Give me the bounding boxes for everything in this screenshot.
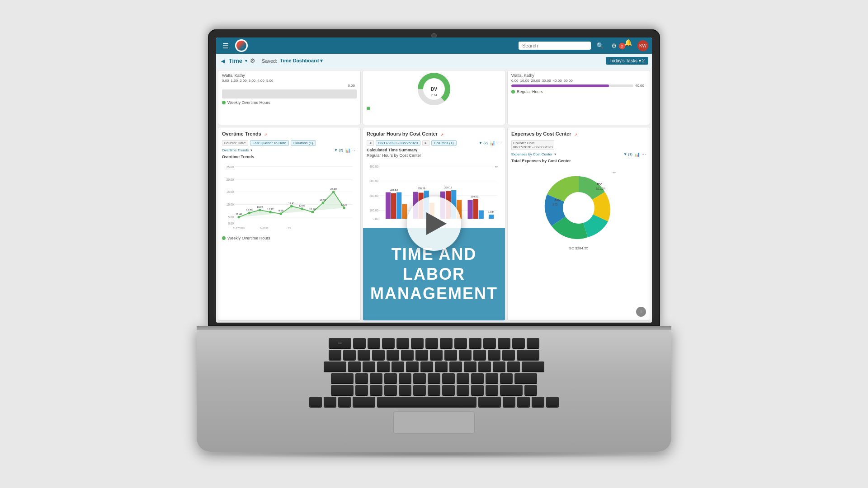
module-settings-icon[interactable]: ⚙ [250, 57, 255, 64]
exp-dropdown[interactable]: Expenses by Cost Center [511, 152, 552, 156]
card3-axis6: 50.00 [564, 79, 573, 83]
ot-filter-row: Counter Date: Last Quarter To Date Colum… [222, 140, 357, 146]
key-alt [338, 397, 351, 407]
dashboard-area: Watts, Kathy 0.00 1.00 2.00 3.00 4.00 5.… [216, 68, 652, 323]
ot-dropdown-arrow[interactable]: ▾ [250, 148, 252, 152]
notifications-area: 🔔 2 [623, 38, 634, 53]
key-a [355, 373, 368, 383]
svg-text:11.12: 11.12 [267, 208, 274, 211]
key-semicolon [486, 373, 498, 383]
card3-bar-bg [511, 84, 633, 87]
settings-icon[interactable]: ⚙ [609, 42, 619, 49]
svg-text:25.00: 25.00 [226, 165, 234, 169]
laptop-container: ☰ 🔍 ⚙ 🔔 2 KW ◄ Time ▾ ⚙ Sav [185, 29, 683, 459]
key-f4 [396, 338, 409, 348]
key-backspace [517, 350, 539, 360]
svg-text:9.95: 9.95 [278, 209, 283, 212]
user-avatar[interactable]: KW [637, 40, 648, 51]
dashboard-selector[interactable]: Time Dashboard ▾ [280, 58, 323, 64]
donut-chart-card: DV 7.74 [363, 70, 505, 125]
touchpad[interactable] [393, 411, 475, 434]
key-c [384, 385, 397, 395]
key-8 [444, 350, 457, 360]
ot-chart-title: Overtime Trends [222, 131, 261, 136]
key-caps [331, 373, 354, 383]
card3-legend-dot [511, 90, 515, 94]
svg-point-21 [290, 205, 293, 208]
key-x [370, 385, 382, 395]
overtime-trends-chart: Overtime Trends ↗ Counter Date: Last Qua… [218, 127, 361, 321]
keyboard-rows: esc [309, 338, 559, 407]
key-b [413, 385, 426, 395]
key-n [428, 385, 440, 395]
ot-dropdown[interactable]: Overtime Trends [222, 148, 249, 152]
key-y [420, 361, 433, 371]
hamburger-menu-icon[interactable]: ☰ [220, 42, 231, 50]
main-charts-row: Overtime Trends ↗ Counter Date: Last Qua… [216, 127, 652, 323]
ot-chart-type-icon[interactable]: 📊 [345, 148, 350, 153]
card3-axis1: 0.00 [511, 79, 519, 83]
card3-axis2: 10.00 [520, 79, 529, 83]
ot-legend: Weekly Overtime Hours [222, 236, 357, 240]
key-tab [324, 361, 346, 371]
expenses-cost-center-chart: Expenses by Cost Center ↗ Counter Date:0… [507, 127, 650, 321]
svg-point-19 [269, 211, 272, 214]
key-d [384, 373, 397, 383]
key-minus [488, 350, 500, 360]
card2-legend-dot [367, 107, 370, 110]
search-input[interactable] [519, 42, 591, 50]
search-icon[interactable]: 🔍 [594, 42, 606, 49]
key-return [522, 361, 544, 371]
card3-legend-label: Regular Hours [517, 89, 543, 94]
scroll-up-button[interactable]: ↑ [636, 307, 646, 317]
key-f1 [353, 338, 366, 348]
card3-axis3: 20.00 [531, 79, 540, 83]
key-2 [358, 350, 370, 360]
card1-person-label: Watts, Kathy [222, 73, 357, 78]
back-button[interactable]: ◄ [220, 57, 226, 65]
svg-text:15.73: 15.73 [246, 209, 253, 211]
exp-chart-type-icon[interactable]: 📊 [634, 152, 640, 157]
ot-more-icon[interactable]: ⋯ [352, 148, 357, 153]
svg-point-20 [280, 212, 283, 215]
donut-container: DV 7.74 [367, 73, 501, 105]
top-nav-bar: ☰ 🔍 ⚙ 🔔 2 KW [216, 38, 652, 54]
video-overlay[interactable] [363, 127, 505, 320]
card1-bar-bg [222, 89, 357, 99]
card3-legend: Regular Hours [511, 89, 646, 94]
key-f11 [498, 338, 510, 348]
keyboard-row-3 [309, 361, 559, 371]
svg-text:04/2020: 04/2020 [260, 227, 269, 230]
exp-filter-icon[interactable]: ▼ (1) [623, 152, 632, 156]
svg-point-25 [332, 191, 335, 193]
play-triangle-icon [426, 212, 447, 235]
title-dropdown-icon[interactable]: ▾ [245, 58, 247, 63]
ot-counter-date-label: Counter Date: [222, 140, 248, 146]
key-f5 [411, 338, 424, 348]
notification-badge: 2 [619, 43, 625, 49]
exp-dropdown-arrow[interactable]: ▾ [554, 152, 556, 156]
ot-date-tag[interactable]: Last Quarter To Date [250, 140, 289, 146]
key-rbracket [507, 361, 520, 371]
play-button[interactable] [407, 197, 461, 251]
tasks-button[interactable]: Today's Tasks ▾ 2 [606, 57, 648, 65]
key-k [457, 373, 469, 383]
svg-text:23.30: 23.30 [330, 188, 337, 190]
exp-filter-row: Counter Date:08/17/2020 - 08/30/2020 [511, 140, 646, 150]
key-1 [343, 350, 356, 360]
svg-text:11.46: 11.46 [236, 213, 242, 216]
svg-point-23 [311, 211, 314, 214]
key-tilde [329, 350, 341, 360]
exp-link-icon[interactable]: ↗ [574, 132, 578, 137]
key-f [399, 373, 411, 383]
key-up [524, 385, 537, 395]
regular-hours-cost-center-chart: Regular Hours by Cost Center ↗ ◄ 08/17/2… [363, 127, 505, 321]
ot-filter-icon[interactable]: ▼ (2) [334, 148, 343, 152]
exp-more-icon[interactable]: ⋯ [642, 152, 646, 157]
key-e [377, 361, 390, 371]
ot-columns-tag[interactable]: Columns (1) [291, 140, 316, 146]
key-f3 [382, 338, 395, 348]
svg-text:SC: SC [555, 198, 560, 202]
ot-link-icon[interactable]: ↗ [264, 132, 268, 137]
svg-point-17 [248, 211, 251, 214]
